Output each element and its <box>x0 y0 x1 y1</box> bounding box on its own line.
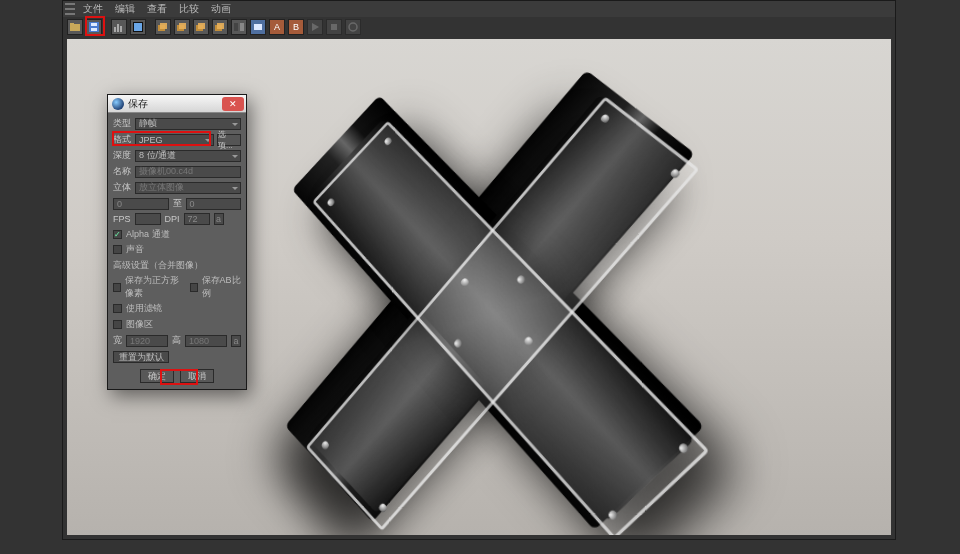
save-dialog: 保存 ✕ 类型 静帧 格式 JPEG 选项... 深度 8 位/通道 名称 摄像… <box>107 94 247 390</box>
square-checkbox[interactable] <box>113 283 121 292</box>
svg-rect-13 <box>179 23 186 29</box>
tb-open-icon[interactable] <box>67 19 83 35</box>
label-type: 类型 <box>113 117 135 130</box>
svg-point-25 <box>349 23 357 31</box>
svg-rect-9 <box>134 23 142 31</box>
svg-rect-15 <box>198 23 205 29</box>
reset-button[interactable]: 重置为默认 <box>113 351 169 363</box>
ratio-label: 保存AB比例 <box>202 274 241 300</box>
tb-b-icon[interactable]: B <box>288 19 304 35</box>
height-field[interactable]: 1080 <box>185 335 227 347</box>
tb-save-icon[interactable] <box>86 19 102 35</box>
dim-stepper[interactable]: a <box>231 335 241 347</box>
menu-edit[interactable]: 编辑 <box>109 2 141 16</box>
dialog-title: 保存 <box>128 97 222 111</box>
range-to-label: 至 <box>173 197 182 210</box>
dim-label: 宽 <box>113 334 122 347</box>
ratio-checkbox[interactable] <box>190 283 198 292</box>
menu-handle-icon <box>65 2 75 16</box>
menu-file[interactable]: 文件 <box>77 2 109 16</box>
dpi-stepper[interactable]: a <box>214 213 224 225</box>
icc-label: 使用滤镜 <box>126 302 162 315</box>
tb-blue-icon[interactable] <box>250 19 266 35</box>
format-options-button[interactable]: 选项... <box>217 134 241 146</box>
tb-layer3-icon[interactable] <box>193 19 209 35</box>
menu-anim[interactable]: 动画 <box>205 2 237 16</box>
label-cube: 立体 <box>113 181 135 194</box>
close-icon[interactable]: ✕ <box>222 97 244 111</box>
menubar: 文件 编辑 查看 比较 动画 <box>63 1 895 17</box>
dpi-field[interactable]: 72 <box>184 213 210 225</box>
svg-rect-19 <box>240 23 244 31</box>
svg-rect-18 <box>234 23 238 31</box>
svg-rect-17 <box>217 23 224 29</box>
tb-histogram-icon[interactable] <box>111 19 127 35</box>
label-name: 名称 <box>113 165 135 178</box>
tb-swatch-icon[interactable] <box>130 19 146 35</box>
tb-layer4-icon[interactable] <box>212 19 228 35</box>
width-field[interactable]: 1920 <box>126 335 168 347</box>
svg-rect-20 <box>254 24 262 30</box>
svg-rect-4 <box>91 28 97 31</box>
icc-checkbox[interactable] <box>113 304 122 313</box>
tb-layer2-icon[interactable] <box>174 19 190 35</box>
range-from-field[interactable]: 0 <box>113 198 169 210</box>
tb-play-icon[interactable] <box>307 19 323 35</box>
svg-marker-23 <box>312 23 319 31</box>
tb-stop-icon[interactable] <box>326 19 342 35</box>
dialog-body: 类型 静帧 格式 JPEG 选项... 深度 8 位/通道 名称 摄像机00.c… <box>108 113 246 389</box>
fps-field[interactable] <box>135 213 161 225</box>
menu-compare[interactable]: 比较 <box>173 2 205 16</box>
svg-rect-7 <box>120 26 122 32</box>
region-checkbox[interactable] <box>113 320 122 329</box>
label-format: 格式 <box>113 133 135 146</box>
cube-dropdown[interactable]: 放立体图像 <box>135 182 241 194</box>
svg-rect-5 <box>114 27 116 32</box>
alpha-label: Alpha 通道 <box>126 228 170 241</box>
svg-text:A: A <box>274 22 280 32</box>
depth-dropdown[interactable]: 8 位/通道 <box>135 150 241 162</box>
label-fps: FPS <box>113 214 131 224</box>
label-dpi: DPI <box>165 214 180 224</box>
svg-rect-11 <box>160 23 167 29</box>
toolbar: A B <box>63 17 895 37</box>
svg-text:B: B <box>293 22 299 32</box>
dim-x: 高 <box>172 334 181 347</box>
tb-layer1-icon[interactable] <box>155 19 171 35</box>
svg-rect-6 <box>117 24 119 32</box>
ok-button[interactable]: 确定 <box>140 369 174 383</box>
expand-label: 高级设置（合并图像） <box>113 259 203 272</box>
square-label: 保存为正方形像素 <box>125 274 184 300</box>
tb-a-icon[interactable]: A <box>269 19 285 35</box>
menu-view[interactable]: 查看 <box>141 2 173 16</box>
tb-loop-icon[interactable] <box>345 19 361 35</box>
svg-rect-3 <box>91 23 97 26</box>
label-depth: 深度 <box>113 149 135 162</box>
format-dropdown[interactable]: JPEG <box>135 134 214 146</box>
range-to-field[interactable]: 0 <box>186 198 242 210</box>
app-icon <box>112 98 124 110</box>
sound-checkbox[interactable] <box>113 245 122 254</box>
rendered-x-object <box>287 71 702 519</box>
svg-rect-24 <box>331 24 337 30</box>
tb-compare-icon[interactable] <box>231 19 247 35</box>
alpha-checkbox[interactable]: ✓ <box>113 230 122 239</box>
svg-rect-1 <box>70 23 74 25</box>
dialog-titlebar[interactable]: 保存 ✕ <box>108 95 246 113</box>
name-field[interactable]: 摄像机00.c4d <box>135 166 241 178</box>
region-label: 图像区 <box>126 318 153 331</box>
svg-rect-0 <box>70 24 80 31</box>
sound-label: 声音 <box>126 243 144 256</box>
cancel-button[interactable]: 取消 <box>180 369 214 383</box>
